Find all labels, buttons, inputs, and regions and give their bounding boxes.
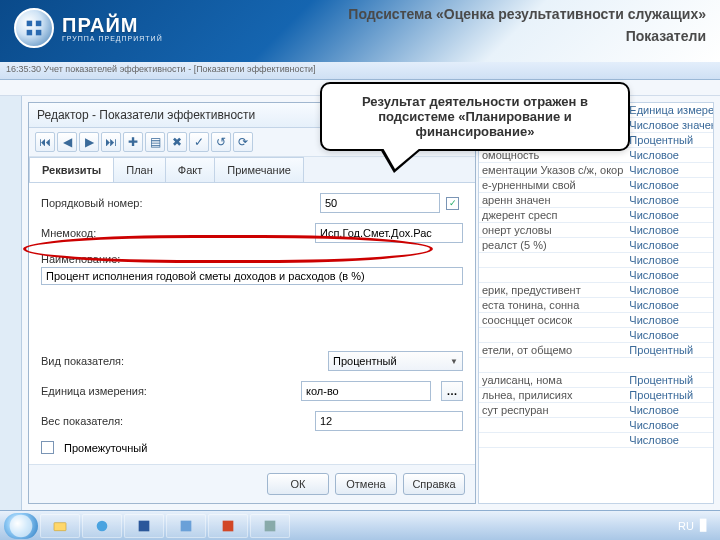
unit-lookup-button[interactable]: … xyxy=(441,381,463,401)
table-row[interactable]: сут респуранЧисловое0,00 xyxy=(479,403,714,418)
tab-requisites[interactable]: Реквизиты xyxy=(29,157,114,182)
delete-icon[interactable]: ✖ xyxy=(167,132,187,152)
add-icon[interactable]: ✚ xyxy=(123,132,143,152)
table-row[interactable]: онерт условыЧисловое0,00 xyxy=(479,223,714,238)
table-row[interactable]: е-урненными свойЧисловое0,00 xyxy=(479,178,714,193)
next-icon[interactable]: ▶ xyxy=(79,132,99,152)
table-row[interactable]: льнеа, прилисияхПроцентный0,00 xyxy=(479,388,714,403)
svg-point-6 xyxy=(97,520,108,531)
mnemo-input[interactable] xyxy=(315,223,463,243)
page-subtitle: Показатели xyxy=(348,28,706,44)
label-weight: Вес показателя: xyxy=(41,415,191,427)
table-row[interactable]: Числовое0,00 xyxy=(479,418,714,433)
ok-button[interactable]: ОК xyxy=(267,473,329,495)
callout-tail xyxy=(380,149,422,173)
first-icon[interactable]: ⏮ xyxy=(35,132,55,152)
cancel-button[interactable]: Отмена xyxy=(335,473,397,495)
table-row[interactable]: етели, от общемоПроцентный0,00 xyxy=(479,343,714,358)
label-name: Наименование: xyxy=(41,253,463,265)
table-row[interactable]: Числовое1 000,00 xyxy=(479,328,714,343)
system-tray[interactable]: RU ▊ xyxy=(678,519,716,532)
tray-lang[interactable]: RU xyxy=(678,520,694,532)
svg-rect-7 xyxy=(139,520,150,531)
svg-rect-9 xyxy=(223,520,234,531)
kind-value: Процентный xyxy=(333,355,450,367)
table-row[interactable]: сооснццет осисокЧисловое0,00 xyxy=(479,313,714,328)
form: Порядковый номер: ✓ Мнемокод: Наименован… xyxy=(29,183,475,464)
svg-rect-1 xyxy=(36,21,42,27)
name-input[interactable]: Процент исполнения годовой сметы доходов… xyxy=(41,267,463,285)
indicators-table: Наименование показателяЕдиница измерения… xyxy=(479,103,714,448)
logo-icon xyxy=(14,8,54,48)
label-kind: Вид показателя: xyxy=(41,355,191,367)
tab-note[interactable]: Примечание xyxy=(214,157,304,182)
task-explorer[interactable] xyxy=(40,514,80,538)
table-row[interactable]: ерик, предустивентЧисловое0,00 xyxy=(479,283,714,298)
label-seq: Порядковый номер: xyxy=(41,197,191,209)
last-icon[interactable]: ⏭ xyxy=(101,132,121,152)
callout: Результат деятельности отражен в подсист… xyxy=(320,82,630,151)
chevron-down-icon: ▼ xyxy=(450,357,458,366)
table-row[interactable]: Числовое0,00 xyxy=(479,253,714,268)
table-row[interactable]: Числовое0,00 xyxy=(479,433,714,448)
task-word[interactable] xyxy=(124,514,164,538)
window-titlebar: 16:35:30 Учет показателей эффективности … xyxy=(0,62,720,80)
slide-header: ПРАЙМ ГРУППА ПРЕДПРИЯТИЙ Подсистема «Оце… xyxy=(0,0,720,62)
svg-rect-2 xyxy=(27,30,33,36)
prev-icon[interactable]: ◀ xyxy=(57,132,77,152)
menu-item[interactable] xyxy=(8,82,11,93)
label-unit: Единица измерения: xyxy=(41,385,191,397)
apply-icon[interactable]: ✓ xyxy=(189,132,209,152)
tab-fact[interactable]: Факт xyxy=(165,157,215,182)
svg-rect-5 xyxy=(54,522,66,530)
table-row[interactable]: 0,00 xyxy=(479,358,714,373)
tab-plan[interactable]: План xyxy=(113,157,166,182)
form-icon[interactable]: ▤ xyxy=(145,132,165,152)
svg-rect-3 xyxy=(36,30,42,36)
dialog-buttons: ОК Отмена Справка xyxy=(29,464,475,503)
unit-input[interactable] xyxy=(301,381,431,401)
table-row[interactable]: джерент среспЧисловое0,00 xyxy=(479,208,714,223)
page-title: Подсистема «Оценка результативности служ… xyxy=(348,6,706,22)
seq-checkbox[interactable]: ✓ xyxy=(446,197,459,210)
task-browser[interactable] xyxy=(82,514,122,538)
undo-icon[interactable]: ↺ xyxy=(211,132,231,152)
grid-panel[interactable]: Наименование показателяЕдиница измерения… xyxy=(478,102,714,504)
refresh-icon[interactable]: ⟳ xyxy=(233,132,253,152)
table-row[interactable]: аренн значенЧисловое0,00 xyxy=(479,193,714,208)
label-mnemo: Мнемокод: xyxy=(41,227,191,239)
table-row[interactable]: Числовое0,00 xyxy=(479,268,714,283)
help-button[interactable]: Справка xyxy=(403,473,465,495)
task-misc[interactable] xyxy=(250,514,290,538)
svg-rect-10 xyxy=(265,520,276,531)
interim-checkbox[interactable] xyxy=(41,441,54,454)
start-button[interactable] xyxy=(4,513,38,539)
left-gutter xyxy=(0,96,22,510)
svg-point-4 xyxy=(10,514,33,537)
tray-net-icon[interactable]: ▊ xyxy=(700,519,708,532)
table-row[interactable]: ементации Указов с/ж, окорЧисловое0,00 xyxy=(479,163,714,178)
label-interim: Промежуточный xyxy=(64,442,147,454)
kind-dropdown[interactable]: Процентный ▼ xyxy=(328,351,463,371)
task-app[interactable] xyxy=(166,514,206,538)
svg-rect-0 xyxy=(27,21,33,27)
logo-text: ПРАЙМ xyxy=(62,14,163,37)
table-row[interactable]: уалисанц, номаПроцентный0,00 xyxy=(479,373,714,388)
task-pp[interactable] xyxy=(208,514,248,538)
table-row[interactable]: реалст (5 %)Числовое0,00 xyxy=(479,238,714,253)
callout-text: Результат деятельности отражен в подсист… xyxy=(320,82,630,151)
svg-rect-8 xyxy=(181,520,192,531)
taskbar[interactable]: RU ▊ xyxy=(0,510,720,540)
logo-subtitle: ГРУППА ПРЕДПРИЯТИЙ xyxy=(62,35,163,42)
weight-input[interactable] xyxy=(315,411,463,431)
seq-input[interactable] xyxy=(320,193,440,213)
table-row[interactable]: еста тонина, соннаЧисловое0,00 xyxy=(479,298,714,313)
